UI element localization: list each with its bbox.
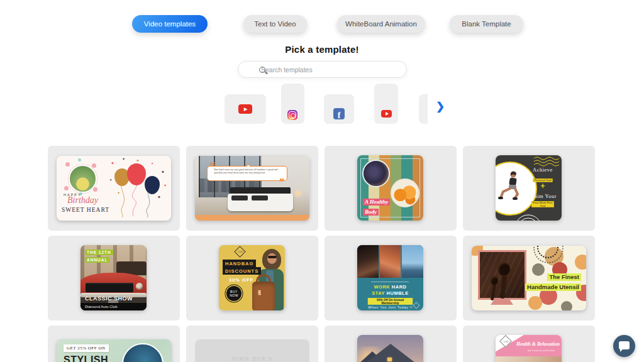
stylish-badge: GET 25% OFF ON — [64, 344, 109, 352]
hotel-quote-text: Your hotel room was very good and your a… — [214, 168, 283, 175]
template-grid: HAPPY Birthday SWEET HEART ✦ ✦ ✦ ✦ ✦ ✦ ✦… — [48, 146, 595, 362]
tab-text-to-video[interactable]: Text to Video — [243, 15, 307, 33]
healthy-line1: A Healthy — [363, 199, 390, 206]
instagram-icon — [287, 110, 297, 120]
template-card-stylish-offer[interactable]: GET 25% OFF ON STYLISH — [48, 326, 180, 362]
car-show-thumbnail: THE 12TH ANNUAL CLASSIC SHOW Diamond Aut… — [80, 245, 147, 310]
youtube-icon — [381, 110, 392, 118]
format-instagram-portrait[interactable] — [281, 84, 304, 124]
wavy-lines-decoration — [534, 156, 560, 167]
utensil-line2: Handmade Utensil — [525, 283, 581, 291]
bed — [228, 194, 293, 211]
gym-offer: 50% Off On Annual Membership — [368, 298, 413, 305]
blueberries-photo — [362, 160, 390, 187]
utensil-thumbnail: The Finest Handmade Utensil — [472, 246, 586, 310]
healthy-thumbnail: A Healthy Body — [357, 155, 423, 221]
template-card-placeholder[interactable]: JOHN DOE'S — [186, 326, 318, 362]
template-card-car-show[interactable]: THE 12TH ANNUAL CLASSIC SHOW Diamond Aut… — [48, 236, 180, 321]
tab-video-templates[interactable]: Video templates — [132, 15, 208, 33]
format-youtube-landscape[interactable] — [225, 94, 266, 124]
fitness-tag2: Four Week Free Trial — [531, 201, 554, 207]
placeholder-thumbnail: JOHN DOE'S — [195, 339, 309, 362]
page-title: Pick a template! — [0, 44, 644, 55]
logo-label: LOGO — [238, 251, 242, 253]
tab-blank-template[interactable]: Blank Template — [450, 15, 523, 33]
birthday-thumbnail: HAPPY Birthday SWEET HEART ✦ ✦ ✦ ✦ ✦ ✦ ✦… — [57, 156, 171, 221]
spa-thumbnail: LOGO Health & Relaxation Spa Treatments … — [496, 335, 562, 362]
format-facebook-square[interactable]: f — [324, 94, 354, 124]
template-card-healthy-body[interactable]: A Healthy Body — [325, 146, 457, 231]
tab-whiteboard-animation[interactable]: WhiteBoard Animation — [337, 15, 425, 33]
search-bar[interactable] — [238, 61, 407, 78]
youtube-icon — [238, 104, 252, 114]
handbag — [252, 282, 275, 310]
car-badge2: ANNUAL — [85, 257, 109, 263]
fitness-heading2: Claim Your — [525, 193, 561, 199]
search-icon — [259, 67, 265, 73]
gym-photo-strip — [357, 245, 423, 278]
healthy-line2: Body — [363, 209, 379, 216]
template-card-spa[interactable]: LOGO Health & Relaxation Spa Treatments … — [463, 326, 595, 362]
gym-word2: HARD — [390, 284, 406, 290]
template-card-real-estate[interactable] — [325, 326, 457, 362]
birthday-line2: Birthday — [67, 195, 98, 206]
birthday-line3: SWEET HEART — [62, 207, 109, 213]
template-card-handmade-utensil[interactable]: The Finest Handmade Utensil — [463, 236, 595, 321]
chat-widget-button[interactable] — [613, 335, 635, 357]
fitness-thumbnail: Achieve Personal Goal + Claim Your Four … — [496, 155, 562, 221]
utensil-line1: The Finest — [547, 273, 581, 281]
car-badge1: THE 12TH — [85, 250, 113, 255]
search-input[interactable] — [261, 66, 393, 74]
car-subtitle: Diamond Auto Club — [80, 303, 147, 310]
gym-word1: WORK — [374, 284, 391, 290]
quote-bubble: “ Your hotel room was very good and your… — [207, 166, 287, 181]
template-card-birthday[interactable]: HAPPY Birthday SWEET HEART ✦ ✦ ✦ ✦ ✦ ✦ ✦… — [48, 146, 180, 231]
spa-subtitle: Spa Treatments and Facilities — [517, 349, 555, 351]
format-youtube-portrait[interactable] — [374, 84, 398, 124]
template-card-hotel-review[interactable]: “ Your hotel room was very good and your… — [186, 146, 318, 231]
car-title: CLASSIC SHOW — [85, 295, 133, 302]
gym-word3: STAY — [372, 290, 385, 296]
gym-word4: HUMBLE — [385, 290, 409, 296]
logo-label: LOGO — [504, 341, 508, 343]
blue-hair-photo — [122, 343, 164, 362]
chevron-right-icon[interactable]: ❯ — [436, 100, 445, 113]
plus-sign: + — [525, 182, 561, 190]
handbag-line2: DISCOUNTS — [223, 267, 261, 275]
facebook-icon: f — [333, 108, 345, 119]
stylish-title: STYLISH — [64, 354, 108, 362]
massage-photo — [496, 356, 562, 362]
template-card-gym-membership[interactable]: WORK HARD STAY HUMBLE 50% Off On Annual … — [325, 236, 457, 321]
hotel-thumbnail: “ Your hotel room was very good and your… — [195, 156, 309, 221]
oranges-photo — [391, 178, 419, 207]
sale-tag: SALEPRICE — [258, 290, 261, 295]
spa-title: Health & Relaxation — [509, 341, 560, 347]
stylish-thumbnail: GET 25% OFF ON STYLISH — [57, 339, 171, 362]
buy-now-badge: BUYNOW — [226, 286, 242, 301]
chat-bubble-icon — [619, 341, 630, 349]
template-card-handbag-discounts[interactable]: SALEPRICE LOGO HANDBAG DISCOUNTS 30% OFF… — [186, 236, 318, 321]
fitness-heading1: Achieve — [525, 167, 561, 173]
wooden-spoons-photo — [478, 250, 526, 300]
gym-thumbnail: WORK HARD STAY HUMBLE 50% Off On Annual … — [357, 245, 423, 310]
exercising-woman-figure — [497, 170, 526, 200]
template-card-fitness-goal[interactable]: Achieve Personal Goal + Claim Your Four … — [463, 146, 595, 231]
handbag-line1: HANDBAG — [223, 260, 256, 267]
format-partial-tile[interactable] — [419, 94, 428, 124]
handbag-thumbnail: SALEPRICE LOGO HANDBAG DISCOUNTS 30% OFF… — [219, 245, 285, 310]
placeholder-title: JOHN DOE'S — [195, 356, 309, 362]
handbag-offer: 30% OFF — [229, 277, 253, 283]
house-thumbnail — [357, 335, 423, 362]
